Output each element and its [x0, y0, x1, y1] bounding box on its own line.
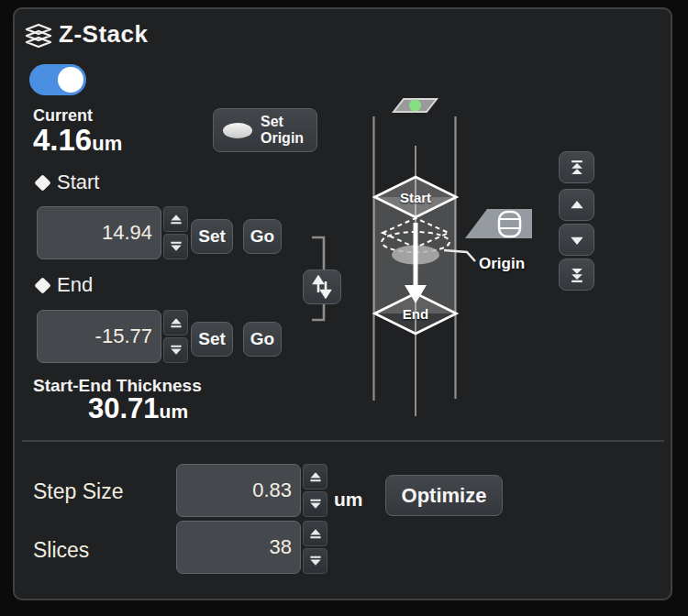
current-value-number: 4.16	[33, 123, 92, 157]
toggle-knob	[58, 67, 83, 93]
end-label: End	[57, 273, 93, 297]
end-input[interactable]	[37, 310, 161, 363]
swap-start-end-button[interactable]	[303, 270, 341, 304]
start-field	[37, 206, 188, 259]
spin-up-icon[interactable]	[303, 464, 327, 490]
start-label: Start	[57, 170, 99, 194]
set-origin-button[interactable]: Set Origin	[213, 108, 317, 152]
panel-title: Z-Stack	[59, 20, 148, 49]
thickness-value-unit: um	[160, 401, 189, 422]
diamond-icon	[34, 174, 50, 191]
spin-down-icon[interactable]	[163, 337, 188, 363]
end-set-button[interactable]: Set	[191, 322, 233, 357]
slices-field	[176, 521, 327, 574]
double-arrow-down-icon	[568, 266, 586, 284]
current-value-unit: um	[92, 132, 122, 155]
move-to-bottom-button[interactable]	[559, 258, 594, 291]
slices-input[interactable]	[176, 521, 301, 574]
viz-origin-label: Origin	[479, 255, 525, 273]
z-stack-panel: Z-Stack Current 4.16um Set Origin Start …	[13, 7, 672, 600]
diamond-icon	[34, 277, 50, 293]
spin-up-icon[interactable]	[303, 521, 327, 546]
set-origin-label: Set Origin	[261, 114, 304, 146]
end-go-button[interactable]: Go	[243, 322, 282, 357]
viz-start-label: Start	[400, 190, 431, 205]
step-size-field	[176, 464, 327, 517]
start-row-label: Start	[37, 170, 99, 194]
slices-spinner	[303, 521, 327, 574]
start-input[interactable]	[37, 206, 161, 259]
double-arrow-up-icon	[568, 159, 586, 177]
step-size-spinner	[303, 464, 327, 517]
end-field	[37, 310, 188, 363]
spin-down-icon[interactable]	[303, 548, 327, 574]
slices-label: Slices	[33, 538, 89, 563]
step-size-label: Step Size	[33, 479, 123, 504]
arrow-up-icon	[568, 196, 586, 214]
move-up-button[interactable]	[559, 189, 594, 221]
start-set-button[interactable]: Set	[191, 219, 233, 254]
start-spinner	[163, 206, 188, 259]
end-spinner	[163, 310, 188, 363]
optimize-button[interactable]: Optimize	[385, 475, 503, 516]
end-row-label: End	[37, 273, 93, 297]
origin-ellipse-icon	[223, 123, 252, 138]
arrow-down-icon	[568, 231, 586, 249]
spin-up-icon[interactable]	[163, 310, 188, 336]
layers-stack-icon	[23, 23, 54, 50]
section-divider	[22, 440, 664, 442]
start-go-button[interactable]: Go	[243, 219, 282, 254]
step-size-unit: um	[334, 489, 363, 511]
zstack-enable-toggle[interactable]	[29, 64, 86, 95]
objective-lens-icon	[465, 209, 532, 238]
spin-down-icon[interactable]	[163, 234, 188, 259]
spin-down-icon[interactable]	[303, 491, 327, 517]
swap-vertical-arrows-icon	[311, 275, 333, 299]
current-value: 4.16um	[33, 125, 122, 155]
viz-end-label: End	[403, 306, 428, 322]
step-size-input[interactable]	[176, 464, 301, 517]
thickness-value: 30.71um	[88, 394, 188, 423]
move-to-top-button[interactable]	[559, 151, 594, 183]
spin-up-icon[interactable]	[163, 206, 188, 232]
thickness-value-number: 30.71	[88, 392, 160, 424]
move-down-button[interactable]	[559, 224, 594, 256]
green-dot-plane-icon	[394, 99, 437, 112]
